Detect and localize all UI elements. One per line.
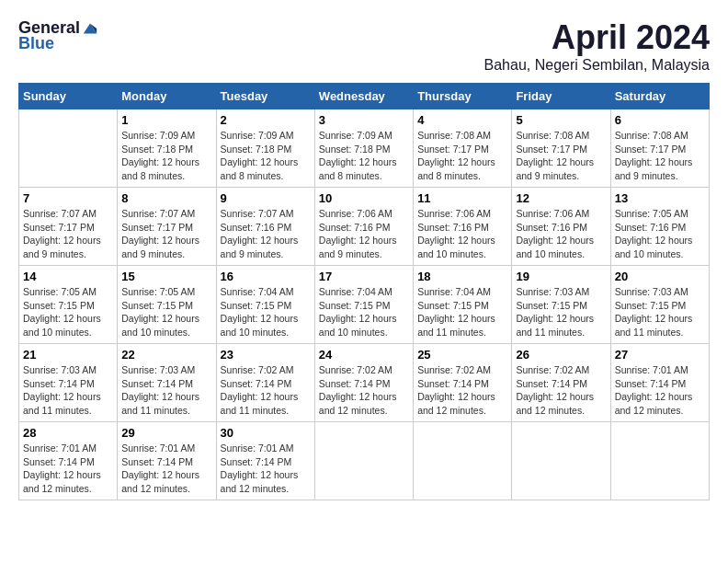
week-row-3: 14Sunrise: 7:05 AMSunset: 7:15 PMDayligh… (19, 266, 710, 344)
calendar-cell (414, 422, 512, 500)
day-number: 13 (615, 191, 705, 205)
calendar-cell: 21Sunrise: 7:03 AMSunset: 7:14 PMDayligh… (19, 344, 118, 422)
day-number: 7 (23, 191, 113, 205)
day-info: Sunrise: 7:06 AMSunset: 7:16 PMDaylight:… (516, 207, 606, 261)
day-number: 10 (319, 191, 409, 205)
col-header-tuesday: Tuesday (216, 84, 314, 109)
calendar-cell: 22Sunrise: 7:03 AMSunset: 7:14 PMDayligh… (118, 344, 216, 422)
calendar-cell: 9Sunrise: 7:07 AMSunset: 7:16 PMDaylight… (216, 188, 314, 266)
calendar-cell: 13Sunrise: 7:05 AMSunset: 7:16 PMDayligh… (610, 188, 709, 266)
day-info: Sunrise: 7:02 AMSunset: 7:14 PMDaylight:… (319, 363, 409, 418)
day-number: 3 (319, 113, 409, 127)
calendar-cell: 29Sunrise: 7:01 AMSunset: 7:14 PMDayligh… (118, 422, 216, 500)
day-info: Sunrise: 7:08 AMSunset: 7:17 PMDaylight:… (615, 129, 705, 183)
day-number: 21 (23, 348, 113, 362)
day-number: 16 (221, 270, 311, 283)
week-row-5: 28Sunrise: 7:01 AMSunset: 7:14 PMDayligh… (19, 422, 710, 500)
day-number: 8 (121, 191, 211, 205)
calendar-cell: 3Sunrise: 7:09 AMSunset: 7:18 PMDaylight… (314, 109, 413, 188)
logo-icon (82, 20, 98, 37)
calendar-cell: 1Sunrise: 7:09 AMSunset: 7:18 PMDaylight… (118, 109, 216, 188)
day-number: 30 (221, 426, 311, 440)
day-info: Sunrise: 7:03 AMSunset: 7:15 PMDaylight:… (516, 285, 606, 339)
day-info: Sunrise: 7:04 AMSunset: 7:15 PMDaylight:… (319, 285, 409, 339)
day-number: 29 (121, 426, 211, 440)
day-info: Sunrise: 7:06 AMSunset: 7:16 PMDaylight:… (417, 207, 507, 261)
calendar-cell: 2Sunrise: 7:09 AMSunset: 7:18 PMDaylight… (216, 109, 314, 188)
day-number: 22 (121, 348, 211, 362)
day-info: Sunrise: 7:09 AMSunset: 7:18 PMDaylight:… (121, 129, 211, 183)
day-info: Sunrise: 7:08 AMSunset: 7:17 PMDaylight:… (516, 129, 606, 183)
day-info: Sunrise: 7:07 AMSunset: 7:17 PMDaylight:… (121, 207, 211, 261)
calendar-cell: 23Sunrise: 7:02 AMSunset: 7:14 PMDayligh… (216, 344, 314, 422)
day-info: Sunrise: 7:09 AMSunset: 7:18 PMDaylight:… (221, 129, 311, 183)
calendar-cell: 6Sunrise: 7:08 AMSunset: 7:17 PMDaylight… (610, 109, 709, 188)
day-info: Sunrise: 7:04 AMSunset: 7:15 PMDaylight:… (221, 285, 311, 339)
day-info: Sunrise: 7:02 AMSunset: 7:14 PMDaylight:… (221, 363, 311, 418)
month-title: April 2024 (484, 18, 710, 57)
week-row-4: 21Sunrise: 7:03 AMSunset: 7:14 PMDayligh… (19, 344, 710, 422)
day-info: Sunrise: 7:01 AMSunset: 7:14 PMDaylight:… (615, 363, 705, 418)
day-info: Sunrise: 7:09 AMSunset: 7:18 PMDaylight:… (319, 129, 409, 183)
day-number: 28 (23, 426, 113, 440)
day-number: 4 (417, 113, 507, 127)
calendar-cell (314, 422, 413, 500)
col-header-friday: Friday (512, 84, 610, 109)
day-number: 12 (516, 191, 606, 205)
day-number: 19 (516, 270, 606, 283)
title-area: April 2024 Bahau, Negeri Sembilan, Malay… (484, 18, 710, 74)
week-row-1: 1Sunrise: 7:09 AMSunset: 7:18 PMDaylight… (19, 109, 710, 188)
calendar-cell: 4Sunrise: 7:08 AMSunset: 7:17 PMDaylight… (414, 109, 512, 188)
header-row: SundayMondayTuesdayWednesdayThursdayFrid… (19, 84, 710, 109)
col-header-wednesday: Wednesday (314, 84, 413, 109)
calendar-cell: 16Sunrise: 7:04 AMSunset: 7:15 PMDayligh… (216, 266, 314, 344)
calendar-cell: 10Sunrise: 7:06 AMSunset: 7:16 PMDayligh… (314, 188, 413, 266)
day-info: Sunrise: 7:07 AMSunset: 7:16 PMDaylight:… (221, 207, 311, 261)
calendar-cell: 25Sunrise: 7:02 AMSunset: 7:14 PMDayligh… (414, 344, 512, 422)
day-number: 26 (516, 348, 606, 362)
col-header-sunday: Sunday (19, 84, 118, 109)
day-info: Sunrise: 7:01 AMSunset: 7:14 PMDaylight:… (221, 442, 311, 496)
calendar-cell: 27Sunrise: 7:01 AMSunset: 7:14 PMDayligh… (610, 344, 709, 422)
day-info: Sunrise: 7:04 AMSunset: 7:15 PMDaylight:… (417, 285, 507, 339)
calendar-cell: 11Sunrise: 7:06 AMSunset: 7:16 PMDayligh… (414, 188, 512, 266)
day-info: Sunrise: 7:03 AMSunset: 7:15 PMDaylight:… (615, 285, 705, 339)
day-number: 6 (615, 113, 705, 127)
logo-blue: Blue (18, 34, 54, 53)
location-title: Bahau, Negeri Sembilan, Malaysia (484, 57, 710, 74)
day-info: Sunrise: 7:02 AMSunset: 7:14 PMDaylight:… (417, 363, 507, 418)
calendar-cell: 12Sunrise: 7:06 AMSunset: 7:16 PMDayligh… (512, 188, 610, 266)
day-number: 1 (121, 113, 211, 127)
calendar-cell: 7Sunrise: 7:07 AMSunset: 7:17 PMDaylight… (19, 188, 118, 266)
calendar-cell: 20Sunrise: 7:03 AMSunset: 7:15 PMDayligh… (610, 266, 709, 344)
calendar-cell: 15Sunrise: 7:05 AMSunset: 7:15 PMDayligh… (118, 266, 216, 344)
calendar-cell: 17Sunrise: 7:04 AMSunset: 7:15 PMDayligh… (314, 266, 413, 344)
calendar-cell: 24Sunrise: 7:02 AMSunset: 7:14 PMDayligh… (314, 344, 413, 422)
week-row-2: 7Sunrise: 7:07 AMSunset: 7:17 PMDaylight… (19, 188, 710, 266)
col-header-monday: Monday (118, 84, 216, 109)
calendar-table: SundayMondayTuesdayWednesdayThursdayFrid… (18, 83, 710, 500)
day-info: Sunrise: 7:07 AMSunset: 7:17 PMDaylight:… (23, 207, 113, 261)
calendar-cell (610, 422, 709, 500)
day-number: 24 (319, 348, 409, 362)
day-info: Sunrise: 7:01 AMSunset: 7:14 PMDaylight:… (23, 442, 113, 496)
calendar-cell: 14Sunrise: 7:05 AMSunset: 7:15 PMDayligh… (19, 266, 118, 344)
day-number: 27 (615, 348, 705, 362)
day-number: 23 (221, 348, 311, 362)
calendar-cell: 26Sunrise: 7:02 AMSunset: 7:14 PMDayligh… (512, 344, 610, 422)
day-info: Sunrise: 7:03 AMSunset: 7:14 PMDaylight:… (23, 363, 113, 418)
calendar-cell: 5Sunrise: 7:08 AMSunset: 7:17 PMDaylight… (512, 109, 610, 188)
col-header-saturday: Saturday (610, 84, 709, 109)
day-info: Sunrise: 7:03 AMSunset: 7:14 PMDaylight:… (121, 363, 211, 418)
day-number: 25 (417, 348, 507, 362)
calendar-cell (512, 422, 610, 500)
col-header-thursday: Thursday (414, 84, 512, 109)
day-number: 18 (417, 270, 507, 283)
day-info: Sunrise: 7:08 AMSunset: 7:17 PMDaylight:… (417, 129, 507, 183)
logo: General Blue (18, 18, 98, 53)
day-number: 2 (221, 113, 311, 127)
day-number: 14 (23, 270, 113, 283)
calendar-cell (19, 109, 118, 188)
day-info: Sunrise: 7:05 AMSunset: 7:15 PMDaylight:… (23, 285, 113, 339)
day-info: Sunrise: 7:02 AMSunset: 7:14 PMDaylight:… (516, 363, 606, 418)
